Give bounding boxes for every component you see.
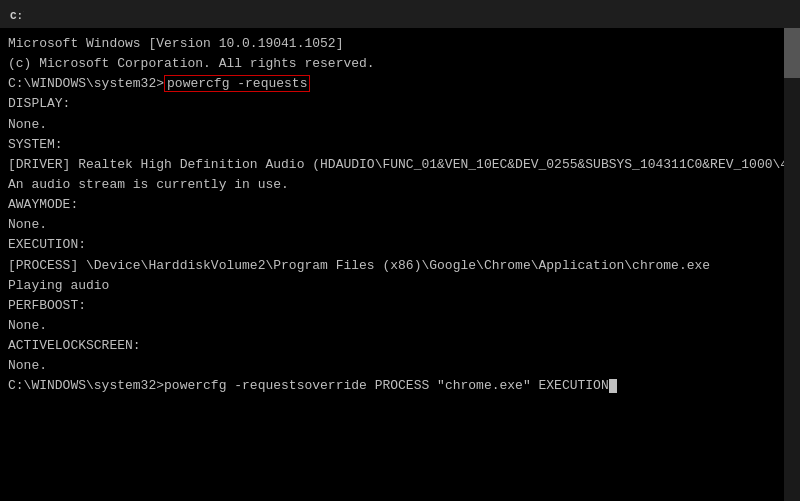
cmd-icon: C:\ — [8, 6, 24, 22]
maximize-button[interactable] — [704, 4, 748, 24]
terminal-line: ACTIVELOCKSCREEN: — [8, 336, 776, 356]
terminal-line: None. — [8, 215, 776, 235]
terminal-line: [DRIVER] Realtek High Definition Audio (… — [8, 155, 776, 175]
minimize-button[interactable] — [660, 4, 704, 24]
terminal-line: SYSTEM: — [8, 135, 776, 155]
highlighted-command: powercfg -requests — [164, 75, 310, 92]
terminal-line: None. — [8, 356, 776, 376]
terminal-wrapper: Microsoft Windows [Version 10.0.19041.10… — [0, 28, 800, 501]
scrollbar[interactable] — [784, 28, 800, 501]
terminal-line: [PROCESS] \Device\HarddiskVolume2\Progra… — [8, 256, 776, 276]
terminal-line: C:\WINDOWS\system32>powercfg -requests — [8, 74, 776, 94]
title-bar: C:\ — [0, 0, 800, 28]
close-button[interactable] — [748, 4, 792, 24]
terminal-line: AWAYMODE: — [8, 195, 776, 215]
command: powercfg -requestsoverride PROCESS "chro… — [164, 378, 609, 393]
terminal-content[interactable]: Microsoft Windows [Version 10.0.19041.10… — [0, 28, 784, 501]
title-bar-left: C:\ — [8, 6, 30, 22]
terminal-line: C:\WINDOWS\system32>powercfg -requestsov… — [8, 376, 776, 396]
terminal-line: EXECUTION: — [8, 235, 776, 255]
window-controls — [660, 4, 792, 24]
terminal-line: Playing audio — [8, 276, 776, 296]
terminal-line: None. — [8, 316, 776, 336]
terminal-line: None. — [8, 115, 776, 135]
terminal-line: PERFBOOST: — [8, 296, 776, 316]
prompt: C:\WINDOWS\system32> — [8, 76, 164, 91]
terminal-line: An audio stream is currently in use. — [8, 175, 776, 195]
terminal-line: (c) Microsoft Corporation. All rights re… — [8, 54, 776, 74]
scrollbar-thumb[interactable] — [784, 28, 800, 78]
cursor — [609, 379, 617, 393]
prompt: C:\WINDOWS\system32> — [8, 378, 164, 393]
svg-text:C:\: C:\ — [10, 10, 24, 22]
terminal-line: Microsoft Windows [Version 10.0.19041.10… — [8, 34, 776, 54]
terminal-line: DISPLAY: — [8, 94, 776, 114]
